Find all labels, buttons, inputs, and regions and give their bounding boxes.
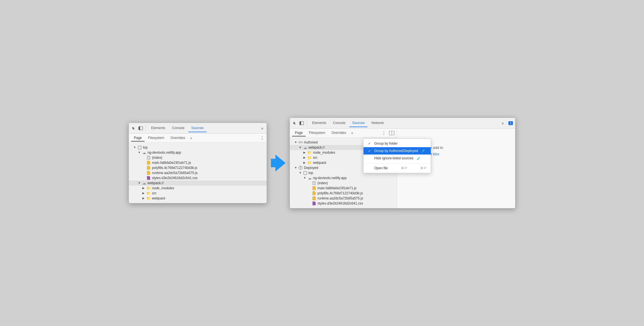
cursor-icon[interactable]	[131, 125, 137, 131]
tree-item-main-right[interactable]: main.fa8bfa0e23f1eb71.js	[290, 186, 397, 191]
sec-tab-page-right[interactable]: Page	[292, 130, 306, 136]
label-ng-devtools: ng-devtools.netlify.app	[147, 151, 181, 155]
tab-sources-left[interactable]: Sources	[188, 124, 206, 132]
sec-tab-filesystem-right[interactable]: Filesystem	[306, 130, 328, 136]
secondary-toolbar-right: Page Filesystem Overrides » ⋮	[290, 129, 397, 138]
arrow-webpack-right	[299, 146, 302, 149]
tab-console-right[interactable]: Console	[330, 119, 348, 127]
sec-tab-page-left[interactable]: Page	[131, 135, 145, 142]
toolbar-divider	[146, 125, 146, 131]
file-icon-styles	[146, 176, 151, 180]
more-tabs-left[interactable]: »	[260, 125, 264, 132]
tree-item-index[interactable]: (index)	[129, 155, 267, 160]
label-deployed: Deployed	[304, 166, 318, 170]
tree-item-index-right[interactable]: (index)	[290, 181, 397, 186]
folder-wf-right: 📁	[307, 160, 312, 165]
label-styles-right: styles.d3e2b24618d2c641.css	[317, 201, 363, 205]
file-icon-styles-right	[312, 201, 316, 206]
label-styles: styles.d3e2b24618d2c641.css	[152, 176, 197, 180]
tab-network-right[interactable]: Network	[369, 119, 387, 127]
sec-more-left[interactable]: »	[188, 136, 194, 141]
tree-item-runtime[interactable]: runtime.aa2dc5a72b65a575.js	[129, 170, 267, 175]
file-tree-panel-right: Page Filesystem Overrides » ⋮	[290, 129, 397, 208]
toolbar-left: Elements Console Sources »	[129, 123, 267, 134]
tab-elements-right[interactable]: Elements	[309, 119, 329, 127]
label-src-left: src	[152, 191, 156, 195]
notification-badge: 1	[508, 121, 513, 125]
dock-icon-right[interactable]	[299, 120, 304, 126]
cloud-icon-webpack: ☁	[142, 181, 146, 185]
square-icon-right	[303, 171, 307, 175]
menu-item-open-file[interactable]: ✓ Open file ⌘ P ⌘ P	[364, 164, 397, 172]
menu-item-group-by-folder[interactable]: ✓ Group by folder	[364, 140, 397, 147]
tab-console-left[interactable]: Console	[169, 124, 187, 132]
arrow-node-modules	[142, 186, 146, 190]
file-icon-polyfills-right	[312, 191, 316, 195]
label-webpack-left: webpack://	[147, 181, 164, 185]
devtools-panel-left: Elements Console Sources » Page Filesyst…	[129, 123, 267, 203]
tab-sources-right[interactable]: Sources	[349, 119, 367, 127]
folder-icon-src: 📁	[146, 191, 151, 195]
devtools-panel-right: Elements Console Sources Network » 1 Pag…	[290, 118, 515, 208]
label-src-right: src	[313, 156, 317, 160]
tree-item-node-modules-left[interactable]: 📁 node_modules	[129, 186, 267, 191]
arrow-wf-right	[303, 161, 307, 164]
label-polyfills: polyfills.4c768d7122740d3b.js	[152, 166, 197, 170]
tree-item-ng-devtools[interactable]: ☁ ng-devtools.netlify.app	[129, 150, 267, 155]
split-panel-btn[interactable]	[389, 131, 395, 135]
toolbar-right: Elements Console Sources Network » 1	[290, 118, 515, 129]
tree-item-src-left[interactable]: 📁 src	[129, 191, 267, 196]
sec-menu-btn-left[interactable]: ⋮	[260, 135, 264, 141]
sec-tab-filesystem-left[interactable]: Filesystem	[145, 135, 167, 142]
panel-body-right: Page Filesystem Overrides » ⋮	[290, 129, 515, 208]
tree-item-polyfills-right[interactable]: polyfills.4c768d7122740d3b.js	[290, 191, 397, 196]
sec-tab-overrides-left[interactable]: Overrides	[167, 135, 188, 142]
sec-more-right[interactable]: »	[349, 131, 355, 136]
sec-tab-overrides-right[interactable]: Overrides	[328, 130, 349, 136]
arrow-webpack-folder	[142, 197, 146, 200]
svg-rect-1	[139, 127, 140, 130]
tree-item-webpack-folder-left[interactable]: 📁 webpack	[129, 196, 267, 201]
tree-item-polyfills[interactable]: polyfills.4c768d7122740d3b.js	[129, 165, 267, 170]
file-icon-main-right	[312, 186, 316, 190]
cloud-icon-ng-right: ☁	[307, 176, 312, 180]
tab-elements-left[interactable]: Elements	[148, 124, 168, 132]
more-tabs-right[interactable]: »	[501, 120, 505, 127]
label-index-right: (index)	[317, 181, 328, 185]
file-icon-polyfills	[146, 166, 151, 170]
tree-item-webpack-left[interactable]: ☁ webpack://	[129, 181, 267, 186]
arrow-webpack-left	[138, 181, 141, 185]
label-polyfills-right: polyfills.4c768d7122740d3b.js	[317, 191, 363, 195]
menu-item-hide-ignore[interactable]: ✓ Hide ignore-listed sources 🧪	[364, 155, 397, 162]
secondary-toolbar-left: Page Filesystem Overrides » ⋮	[129, 134, 267, 143]
cursor-icon-right[interactable]	[292, 120, 298, 126]
tree-item-main[interactable]: main.fa8bfa0e23f1eb71.js	[129, 160, 267, 165]
panel-arrow	[267, 155, 290, 171]
label-webpack-folder-left: webpack	[152, 196, 165, 200]
label-runtime-right: runtime.aa2dc5a72b65a575.js	[317, 196, 363, 200]
tree-item-styles[interactable]: styles.d3e2b24618d2c641.css	[129, 175, 267, 181]
arrow-deployed	[294, 166, 298, 169]
arrow-src	[142, 192, 146, 195]
svg-rect-9	[304, 171, 307, 175]
folder-nm-right: 📁	[307, 150, 312, 155]
arrow-top-right	[299, 171, 302, 175]
tree-item-top[interactable]: top	[129, 145, 267, 150]
dock-icon[interactable]	[138, 125, 143, 131]
arrow-src-right	[303, 156, 307, 159]
tree-item-runtime-right[interactable]: runtime.aa2dc5a72b65a575.js	[290, 196, 397, 201]
label-top-right: top	[308, 171, 313, 175]
cloud-icon-webpack-r: ☁	[303, 145, 307, 150]
arrow-top	[133, 146, 137, 149]
tree-item-ng-devtools-right[interactable]: ☁ ng-devtools.netlify.app	[290, 175, 397, 181]
sec-menu-btn-right[interactable]: ⋮	[382, 130, 386, 136]
toolbar-divider-right	[307, 120, 307, 126]
tree-item-styles-right[interactable]: styles.d3e2b24618d2c641.css	[290, 201, 397, 206]
label-top: top	[143, 145, 148, 149]
menu-divider	[364, 163, 397, 163]
menu-item-group-authored-deployed[interactable]: ✓ Group by Authored/Deployed 🧪	[364, 147, 397, 155]
file-icon-index-right	[312, 181, 316, 185]
check-icon-folder: ✓	[368, 142, 372, 145]
file-icon-index	[146, 155, 151, 160]
folder-icon-node-modules: 📁	[146, 186, 151, 190]
